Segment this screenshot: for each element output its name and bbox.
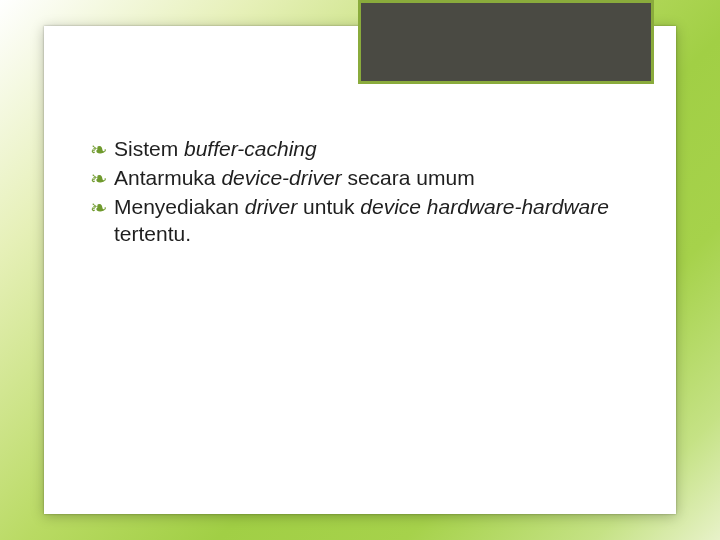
text-run: device hardware-hardware [360, 195, 609, 218]
text-run: buffer-caching [184, 137, 317, 160]
text-run: untuk [303, 195, 360, 218]
text-run: Menyediakan [114, 195, 245, 218]
accent-box [358, 0, 654, 84]
leaf-bullet-icon: ❧ [90, 166, 108, 193]
leaf-bullet-icon: ❧ [90, 137, 108, 164]
text-run: driver [245, 195, 303, 218]
text-run: tertentu. [114, 222, 191, 245]
list-item: ❧ Antarmuka device-driver secara umum [90, 165, 636, 192]
bullet-list: ❧ Sistem buffer-caching ❧ Antarmuka devi… [90, 136, 636, 250]
slide-card: ❧ Sistem buffer-caching ❧ Antarmuka devi… [44, 26, 676, 514]
text-run: device-driver [221, 166, 347, 189]
list-item: ❧ Sistem buffer-caching [90, 136, 636, 163]
text-run: Sistem [114, 137, 184, 160]
slide-background: ❧ Sistem buffer-caching ❧ Antarmuka devi… [0, 0, 720, 540]
leaf-bullet-icon: ❧ [90, 195, 108, 222]
list-item: ❧ Menyediakan driver untuk device hardwa… [90, 194, 636, 248]
text-run: secara umum [347, 166, 474, 189]
text-run: Antarmuka [114, 166, 221, 189]
